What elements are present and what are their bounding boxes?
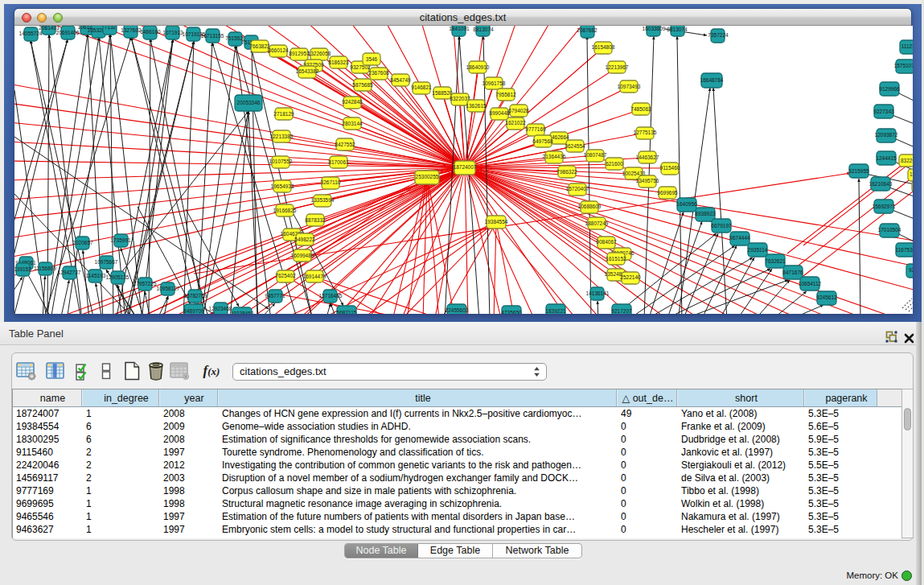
svg-text:9129966: 9129966 xyxy=(879,86,900,92)
svg-text:1145193: 1145193 xyxy=(86,273,106,278)
svg-text:1071913: 1071913 xyxy=(162,30,183,35)
svg-text:9084067: 9084067 xyxy=(596,239,617,245)
svg-text:2803144: 2803144 xyxy=(342,121,363,126)
svg-text:3546: 3546 xyxy=(366,56,378,62)
svg-text:14136141: 14136141 xyxy=(586,290,610,296)
svg-text:10807487: 10807487 xyxy=(584,152,607,158)
svg-text:3267110: 3267110 xyxy=(321,179,341,185)
svg-text:6466160: 6466160 xyxy=(140,29,161,35)
svg-text:1839221: 1839221 xyxy=(545,308,566,314)
svg-text:5498222: 5498222 xyxy=(294,237,315,242)
svg-text:2087682: 2087682 xyxy=(577,27,598,33)
svg-text:83220: 83220 xyxy=(901,158,913,163)
svg-text:9115460: 9115460 xyxy=(660,165,680,171)
svg-text:10975667: 10975667 xyxy=(95,259,118,265)
svg-text:10688609: 10688609 xyxy=(578,204,602,209)
svg-text:18640910: 18640910 xyxy=(466,64,490,70)
svg-text:111218: 111218 xyxy=(901,43,913,49)
svg-text:25300255: 25300255 xyxy=(416,174,439,179)
svg-text:19654933: 19654933 xyxy=(271,183,294,189)
svg-text:20691406: 20691406 xyxy=(56,30,80,35)
svg-text:6497568: 6497568 xyxy=(532,138,553,144)
svg-text:8454749: 8454749 xyxy=(390,77,411,83)
svg-text:3624554: 3624554 xyxy=(565,143,585,149)
svg-text:20053346: 20053346 xyxy=(237,100,261,105)
svg-text:10107552: 10107552 xyxy=(269,159,293,164)
svg-text:16033809: 16033809 xyxy=(643,26,666,31)
svg-text:16543382: 16543382 xyxy=(296,68,319,74)
svg-text:16648784: 16648784 xyxy=(700,77,724,83)
svg-text:2935114: 2935114 xyxy=(748,247,768,253)
svg-text:10958127: 10958127 xyxy=(157,286,180,291)
svg-text:1621022: 1621022 xyxy=(505,120,526,126)
svg-text:2020657: 2020657 xyxy=(72,240,93,245)
svg-text:7632621: 7632621 xyxy=(765,258,786,264)
svg-text:1362615: 1362615 xyxy=(466,103,487,109)
svg-text:22455603: 22455603 xyxy=(446,307,469,313)
svg-text:10961758: 10961758 xyxy=(483,80,506,86)
svg-text:9146821: 9146821 xyxy=(411,84,432,90)
svg-text:1588520: 1588520 xyxy=(432,90,453,96)
svg-text:3660124: 3660124 xyxy=(268,47,289,53)
svg-text:15720407: 15720407 xyxy=(566,186,589,192)
svg-text:1615152: 1615152 xyxy=(606,256,626,262)
svg-text:7625402: 7625402 xyxy=(275,273,296,278)
svg-text:15692971: 15692971 xyxy=(873,204,896,209)
svg-text:9457771: 9457771 xyxy=(265,293,285,299)
svg-text:12213383: 12213383 xyxy=(270,134,294,139)
svg-text:5682115: 5682115 xyxy=(337,310,357,314)
svg-text:12213967: 12213967 xyxy=(606,64,629,70)
svg-text:8427552: 8427552 xyxy=(335,142,355,147)
svg-text:10973493: 10973493 xyxy=(618,84,641,89)
svg-text:8471676: 8471676 xyxy=(782,270,803,275)
svg-text:1735991: 1735991 xyxy=(110,237,131,243)
svg-text:17957225: 17957225 xyxy=(133,281,157,286)
svg-text:12923468: 12923468 xyxy=(209,306,232,311)
svg-text:3215955: 3215955 xyxy=(848,168,869,174)
svg-text:16914479: 16914479 xyxy=(303,274,326,279)
svg-text:7663822: 7663822 xyxy=(249,43,270,49)
svg-text:1841091: 1841091 xyxy=(449,26,470,31)
svg-text:15716485: 15716485 xyxy=(319,293,343,299)
svg-text:1244415: 1244415 xyxy=(876,155,897,161)
svg-text:9674444: 9674444 xyxy=(729,235,750,241)
svg-text:12775135: 12775135 xyxy=(634,130,657,135)
svg-text:4735650: 4735650 xyxy=(501,310,522,314)
svg-text:14055724: 14055724 xyxy=(19,31,43,36)
svg-text:2718129: 2718129 xyxy=(273,111,294,117)
svg-text:8322037: 8322037 xyxy=(450,96,470,101)
svg-text:8990448: 8990448 xyxy=(489,110,510,116)
svg-text:12905135: 12905135 xyxy=(106,274,129,280)
svg-text:8938923: 8938923 xyxy=(695,211,716,216)
svg-text:19166825: 19166825 xyxy=(273,208,297,213)
svg-text:9242848: 9242848 xyxy=(342,99,363,105)
svg-text:5875685: 5875685 xyxy=(352,82,373,88)
svg-text:18724007: 18724007 xyxy=(454,164,477,170)
svg-text:16210643: 16210643 xyxy=(869,181,893,187)
svg-text:9227343: 9227343 xyxy=(873,109,894,114)
svg-text:9699695: 9699695 xyxy=(657,190,678,196)
svg-text:9245612: 9245612 xyxy=(816,295,837,300)
svg-text:14463627: 14463627 xyxy=(636,154,659,160)
svg-text:16713155: 16713155 xyxy=(201,33,224,39)
svg-text:21364436: 21364436 xyxy=(543,154,566,159)
svg-text:621600: 621600 xyxy=(606,161,623,167)
svg-text:12093872: 12093872 xyxy=(875,132,898,138)
svg-text:16782759: 16782759 xyxy=(184,293,207,299)
svg-text:7986322: 7986322 xyxy=(556,169,577,175)
svg-text:9217207: 9217207 xyxy=(611,308,632,314)
svg-text:12942737: 12942737 xyxy=(58,270,81,275)
svg-text:8489709: 8489709 xyxy=(183,308,204,314)
svg-text:2522140: 2522140 xyxy=(620,274,641,280)
svg-text:10228452: 10228452 xyxy=(231,311,254,314)
svg-text:11156809: 11156809 xyxy=(34,266,56,271)
svg-text:7485063: 7485063 xyxy=(630,106,651,112)
svg-text:1640956: 1640956 xyxy=(676,201,697,207)
svg-text:1167533: 1167533 xyxy=(896,247,913,253)
svg-text:6794028: 6794028 xyxy=(508,108,529,113)
svg-text:7132: 7132 xyxy=(105,26,117,30)
svg-text:13353594: 13353594 xyxy=(311,197,335,203)
svg-text:13495756: 13495756 xyxy=(636,178,659,183)
svg-text:15751074: 15751074 xyxy=(894,63,913,68)
svg-text:13226058: 13226058 xyxy=(308,51,331,56)
